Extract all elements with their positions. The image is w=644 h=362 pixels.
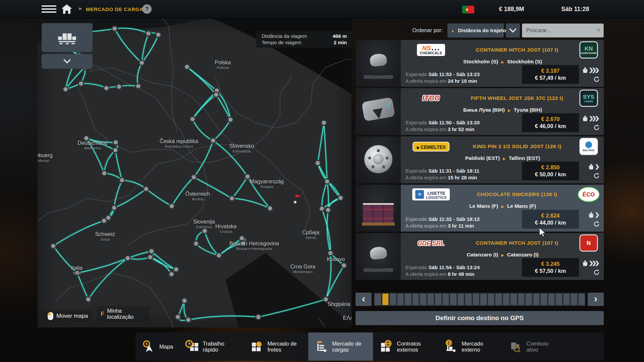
page-segment[interactable] bbox=[473, 294, 479, 305]
page-segment[interactable] bbox=[413, 294, 419, 305]
expires-time: 15 hr 28 min bbox=[448, 175, 477, 180]
search-input[interactable] bbox=[522, 24, 603, 37]
price-per-km: € 50,00 / km bbox=[522, 171, 579, 178]
nav-item-label: Mercado externo bbox=[462, 341, 497, 353]
move-map-label: Mover mapa bbox=[56, 313, 88, 319]
expected-label: Esperado bbox=[406, 216, 427, 222]
page-segment[interactable] bbox=[458, 294, 464, 305]
clear-search-icon[interactable] bbox=[596, 27, 601, 33]
price-box: € 3.187 € 57,49 / km bbox=[522, 65, 579, 84]
nav-item-label: Mercado de fretes bbox=[267, 341, 303, 353]
company-logo: ≈LISETTELOGISTICS bbox=[412, 188, 449, 200]
price-per-km: € 57,50 / km bbox=[522, 268, 579, 274]
cargo-title: CONTAINER HITCH JOST (107 t) bbox=[457, 240, 578, 246]
page-segment[interactable] bbox=[428, 294, 434, 305]
prev-page-button[interactable] bbox=[356, 293, 372, 306]
page-segment[interactable] bbox=[541, 294, 547, 305]
page-segment[interactable] bbox=[533, 294, 540, 305]
page-segment[interactable] bbox=[488, 294, 494, 305]
job-market-panel: Ordenar por: Distância do trajeto NS▲▲▲C… bbox=[356, 18, 604, 327]
route-arrow-icon bbox=[501, 203, 504, 209]
move-map-hint: Mover mapa bbox=[44, 310, 92, 322]
external-market-icon bbox=[443, 339, 458, 354]
nav-item-1[interactable]: Trabalho rápido bbox=[179, 333, 244, 361]
expires-time: 24 hr 10 min bbox=[448, 78, 477, 84]
collapse-map-controls-button[interactable] bbox=[42, 54, 93, 69]
search-box[interactable] bbox=[522, 23, 604, 38]
expected-time: Sáb 11:50 - Sáb 13:20 bbox=[428, 120, 480, 125]
expected-label: Esperado bbox=[406, 168, 427, 174]
page-segment[interactable] bbox=[443, 294, 449, 305]
page-segment[interactable] bbox=[518, 294, 525, 305]
job-card[interactable]: CDE SRL CONTAINER HITCH JOST (107 t) N C… bbox=[356, 233, 604, 280]
page-segment[interactable] bbox=[405, 294, 411, 305]
cargo-market-icon bbox=[314, 339, 329, 354]
expected-time: Sáb 11:53 - Sáb 13:23 bbox=[428, 71, 480, 77]
page-segment[interactable] bbox=[450, 294, 457, 305]
nav-item-0[interactable]: Mapa bbox=[136, 333, 179, 361]
next-page-button[interactable] bbox=[588, 293, 604, 306]
my-location-hint[interactable]: F Minha localização bbox=[97, 306, 150, 322]
expires-label: A oferta expira em bbox=[406, 223, 446, 229]
destination-city: Catanzaro (I) bbox=[507, 252, 539, 258]
page-segment[interactable] bbox=[390, 294, 396, 305]
job-card[interactable]: ◆ CEMELTEX KING PIN 3 1/2 SOLID JOST (12… bbox=[356, 136, 604, 183]
page-segment[interactable] bbox=[397, 294, 404, 305]
page-segment[interactable] bbox=[503, 294, 509, 305]
page-track[interactable] bbox=[374, 293, 586, 306]
expires-time: 3 hr 11 min bbox=[448, 223, 474, 229]
menu-icon[interactable] bbox=[42, 5, 56, 13]
trip-distance-label: Distância da viagem bbox=[262, 33, 307, 39]
page-segment[interactable] bbox=[465, 294, 472, 305]
page-segment[interactable] bbox=[480, 294, 487, 305]
page-segment[interactable] bbox=[511, 294, 517, 305]
page-segment[interactable] bbox=[526, 294, 532, 305]
nav-item-2[interactable]: Mercado de fretes bbox=[244, 333, 308, 361]
page-segment[interactable] bbox=[579, 294, 585, 305]
price-total: € 2.670 bbox=[522, 116, 579, 122]
page-segment[interactable] bbox=[571, 294, 577, 305]
route-arrow-icon bbox=[508, 107, 511, 113]
page-segment[interactable] bbox=[435, 294, 441, 305]
active-convoy-icon bbox=[508, 339, 523, 354]
nav-item-6[interactable]: Comboio ativo bbox=[502, 333, 567, 361]
trailer-view-button[interactable] bbox=[42, 23, 93, 52]
help-icon[interactable] bbox=[142, 4, 152, 14]
nav-item-4[interactable]: Contratos externos bbox=[373, 333, 438, 361]
page-segment[interactable] bbox=[564, 294, 570, 305]
nav-item-label: Trabalho rápido bbox=[203, 341, 238, 353]
origin-city: Le Mans (F) bbox=[469, 203, 498, 209]
urgency-icon bbox=[589, 68, 600, 74]
heavy-cargo-icon bbox=[582, 260, 588, 268]
job-card[interactable]: ITCC FIFTH WHEEL JOST JSK 37C (122 t) SY… bbox=[356, 88, 604, 135]
urgency-icon bbox=[589, 261, 600, 267]
destination-flag-marker bbox=[292, 192, 303, 205]
page-segment[interactable] bbox=[375, 294, 381, 305]
page-segment[interactable] bbox=[548, 294, 555, 305]
origin-city: Catanzaro (I) bbox=[467, 252, 498, 258]
destination-company-logo: SYSCHEMA bbox=[580, 90, 597, 106]
sort-dropdown[interactable]: Distância do trajeto bbox=[447, 23, 504, 38]
nav-item-5[interactable]: Mercado externo bbox=[438, 333, 502, 361]
page-segment[interactable] bbox=[382, 294, 389, 305]
home-icon[interactable] bbox=[61, 4, 72, 14]
page-segment[interactable] bbox=[420, 294, 426, 305]
price-per-km: € 57,49 / km bbox=[522, 75, 579, 81]
return-job-icon bbox=[593, 76, 600, 84]
page-segment[interactable] bbox=[556, 294, 562, 305]
set-gps-destination-button[interactable]: Definir como destino no GPS bbox=[356, 311, 604, 325]
destination-company-logo: KNKONSTNORR bbox=[580, 42, 597, 58]
page-segment[interactable] bbox=[495, 294, 502, 305]
company-logo: NS▲▲▲CHEMICALS bbox=[417, 44, 445, 56]
trip-distance-value: 466 m bbox=[332, 33, 347, 39]
heavy-cargo-icon bbox=[588, 212, 594, 220]
game-time: Sáb 11:28 bbox=[550, 6, 600, 13]
job-card[interactable]: ≈LISETTELOGISTICS CHOCOLATE SNICKERS (12… bbox=[356, 185, 604, 232]
chevron-down-icon bbox=[509, 25, 517, 33]
expected-label: Esperado bbox=[406, 264, 427, 270]
job-card[interactable]: NS▲▲▲CHEMICALS CONTAINER HITCH JOST (107… bbox=[356, 40, 604, 87]
route: Бања Лука (BIH) Тузла (BIH) bbox=[406, 106, 600, 113]
nav-item-3[interactable]: Mercado de cargas bbox=[308, 333, 373, 361]
sort-ascending-icon bbox=[451, 27, 454, 34]
sort-expand-button[interactable] bbox=[506, 23, 520, 38]
